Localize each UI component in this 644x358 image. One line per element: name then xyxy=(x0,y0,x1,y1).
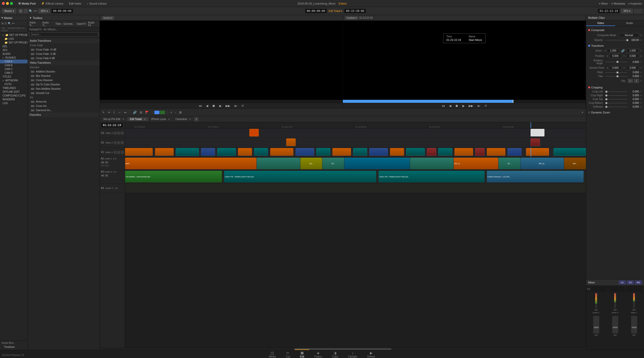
tab-media[interactable]: ◫ Media xyxy=(264,349,281,358)
tab-cut[interactable]: ✂ Cut xyxy=(281,349,295,358)
bin-offline-edit[interactable]: OFFLINE EDIT xyxy=(0,90,28,94)
diamond-iris-item[interactable]: Diamond Iris... xyxy=(28,108,100,112)
eq-display-a2[interactable] xyxy=(609,286,625,291)
cross-iris-item[interactable]: Cross Iris xyxy=(28,104,100,108)
audio-callum-2[interactable]: Callum Pitt - Rabbits [Indie Folk].mp4 xyxy=(378,171,485,182)
bin-cam-b[interactable]: CAM B xyxy=(0,63,28,67)
zoom-x-value[interactable]: 1.000 xyxy=(607,49,619,53)
clip-v1-6[interactable] xyxy=(238,148,252,156)
v1-expand[interactable] xyxy=(121,151,124,154)
smooth-cut-item[interactable]: Smooth Cut xyxy=(28,91,100,95)
metadata-btn[interactable]: ≡ Metadata xyxy=(611,2,625,5)
tl-slip-tool[interactable]: ↔ xyxy=(117,110,122,115)
tl-trim-tool[interactable]: ✂ xyxy=(107,110,111,115)
crop-right-slider[interactable] xyxy=(605,95,627,96)
effects-library-tab[interactable]: ⚡ Effects Library xyxy=(39,1,66,6)
anchor-x-value[interactable]: 0.000 xyxy=(609,66,622,70)
clip-v1-17[interactable] xyxy=(438,148,452,156)
clip-v3-1[interactable] xyxy=(249,129,258,136)
arrow-iris-item[interactable]: Arrow Iris xyxy=(28,100,100,104)
softness-reset[interactable]: ↺ xyxy=(640,106,642,108)
eq-display-m1[interactable] xyxy=(626,286,642,291)
bin-compound-clips[interactable]: COMPOUND CLIPS xyxy=(0,94,28,98)
clip-v1-14[interactable] xyxy=(390,148,404,156)
program-play[interactable]: ▶ xyxy=(461,104,466,108)
v3-lock[interactable] xyxy=(117,132,120,135)
fairlightfx-item[interactable]: FairlightFX xyxy=(29,28,41,31)
source-stop[interactable]: ⏹ xyxy=(211,104,216,108)
v2-expand[interactable] xyxy=(121,141,124,144)
list-view-btn[interactable] xyxy=(24,9,28,13)
fader-main-track[interactable] xyxy=(631,316,637,333)
opacity-reset[interactable]: ↺ xyxy=(640,39,642,41)
yaw-reset[interactable]: ↺ xyxy=(640,75,642,78)
v1-lock[interactable] xyxy=(117,151,120,154)
bin-setup-project-bins[interactable]: ▾ 📁 SET UP PROJECT BINS xyxy=(0,33,28,37)
anchor-reset[interactable]: ↺ xyxy=(640,67,642,69)
zoom-y-value[interactable]: 1.000 xyxy=(626,49,639,53)
tl-blade-tool[interactable]: ⌇ xyxy=(112,110,116,115)
clip-v1-1[interactable] xyxy=(125,148,153,156)
media-pool-tab[interactable]: ⊞ Media Pool xyxy=(16,1,38,6)
minimize-button[interactable] xyxy=(6,2,9,5)
clip-v1-12[interactable] xyxy=(353,148,367,156)
program-progress-bar[interactable] xyxy=(343,100,586,103)
position-x-value[interactable]: 0.000 xyxy=(609,54,622,58)
clip-v1-15[interactable] xyxy=(406,148,425,156)
clip-v1-3[interactable] xyxy=(176,148,199,156)
clip-v1-11[interactable] xyxy=(332,148,351,156)
audio-fx-tab[interactable]: Audio FX xyxy=(88,21,98,27)
tl-snap-btn[interactable]: ⊟ xyxy=(139,110,143,115)
bin-sfx[interactable]: SFX xyxy=(0,48,28,52)
titles-tab[interactable]: Titles xyxy=(55,22,61,25)
audio-tr-tab[interactable]: Audio Tr... xyxy=(42,21,53,27)
program-stop[interactable]: ⏹ xyxy=(454,104,459,108)
tl-flag-btn[interactable]: 🚩 xyxy=(144,110,150,115)
clip-v1-13[interactable] xyxy=(369,148,388,156)
source-skip-start[interactable]: ⏮ xyxy=(198,104,203,108)
clip-v1-5[interactable] xyxy=(217,148,236,156)
flip-v-btn[interactable]: ⇕ xyxy=(634,79,639,83)
bin-foto[interactable]: FOTO xyxy=(0,82,28,86)
tab-close-0[interactable]: ✕ xyxy=(122,118,124,121)
tl-zoom-in[interactable]: + xyxy=(169,110,173,115)
search-btn[interactable]: 🔍 xyxy=(29,9,33,13)
source-next-frame[interactable]: ▶▶ xyxy=(225,104,231,108)
clip-v1-8[interactable] xyxy=(270,148,293,156)
toolbox-search[interactable] xyxy=(29,32,98,37)
source-monitor-dropdown[interactable]: Source ▾ xyxy=(102,16,114,20)
rotation-reset[interactable]: ↺ xyxy=(640,61,642,63)
source-prev-frame[interactable]: ◀ xyxy=(205,104,209,108)
a2-solo[interactable]: S xyxy=(105,174,108,177)
v3-expand[interactable] xyxy=(121,132,124,135)
edit-index-tab[interactable]: Edit Index xyxy=(66,2,84,6)
openfx-tab[interactable]: OpenFX xyxy=(77,22,86,25)
crop-top-reset[interactable]: ↺ xyxy=(640,98,642,101)
monitor-btn-2[interactable] xyxy=(638,9,642,13)
composite-mode-value[interactable]: Normal xyxy=(619,33,639,37)
sound-library-tab[interactable]: ♪ Sound Library xyxy=(84,2,109,6)
generat-tab[interactable]: Generat... xyxy=(63,22,74,25)
flip-h-btn[interactable]: ⇔ xyxy=(628,79,633,83)
mp-list-icon[interactable]: ☰ xyxy=(5,22,7,25)
clip-v1-7[interactable] xyxy=(254,148,268,156)
tab-edit-totaal[interactable]: Edit Totaal ✕ xyxy=(127,117,148,121)
bin-renders[interactable]: RENDERS xyxy=(0,98,28,101)
inspector-tab-audio[interactable]: Audio xyxy=(615,20,644,26)
a2-mute[interactable]: M xyxy=(101,174,104,177)
program-prev-frame[interactable]: ◀ xyxy=(448,104,452,108)
bin-timelines[interactable]: TIMELINES xyxy=(0,86,28,90)
pitch-reset[interactable]: ↺ xyxy=(640,71,642,74)
tab-set-up-pre-edit[interactable]: Set up Pre Edit ✕ xyxy=(101,117,127,121)
video-tr-tab[interactable]: Video Tr... xyxy=(29,21,40,27)
crop-left-reset[interactable]: ↺ xyxy=(640,90,642,93)
zoom-level-left[interactable]: 35% ▾ xyxy=(38,9,50,13)
clip-v1-10[interactable] xyxy=(316,148,330,156)
zoom-reset[interactable]: ↺ xyxy=(640,50,642,52)
zoom-level-right[interactable]: 35% ▾ xyxy=(621,9,633,13)
clip-v3-2[interactable] xyxy=(531,129,544,136)
clip-v1-22[interactable] xyxy=(526,148,549,156)
additive-dissolve-item[interactable]: Additive Dissolve xyxy=(28,69,100,74)
tab-close-3[interactable]: ✕ xyxy=(189,118,191,121)
cross-dissolve-item[interactable]: Cross Dissolve xyxy=(28,78,100,82)
